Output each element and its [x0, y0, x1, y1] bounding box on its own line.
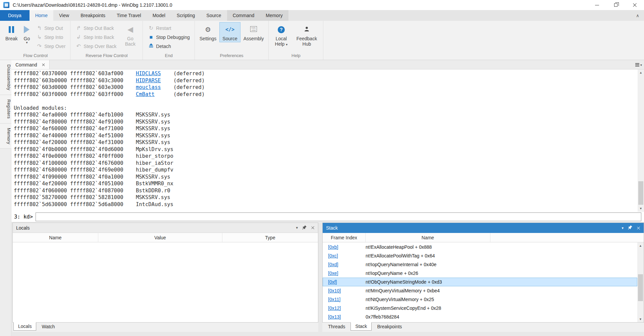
docked-window-tab[interactable]: Registers	[0, 95, 11, 124]
pin-icon[interactable]	[628, 225, 632, 231]
frame-index-link[interactable]: [0x13]	[328, 314, 341, 320]
close-panel-icon[interactable]	[311, 226, 315, 230]
restore-button[interactable]	[606, 0, 625, 10]
panel-tab[interactable]: Stack	[351, 322, 372, 331]
panel-menu-caret-icon[interactable]: ▾	[622, 226, 624, 230]
module-name[interactable]: MSKSSRV.sys	[136, 119, 170, 125]
docked-window-tab[interactable]: Memory	[0, 124, 11, 149]
column-header[interactable]: Name	[366, 233, 490, 242]
ribbon-tab[interactable]: Home	[30, 10, 53, 21]
break-button[interactable]: Break	[3, 22, 20, 42]
minimize-button[interactable]	[588, 0, 606, 10]
module-name[interactable]: mouclass	[136, 84, 161, 90]
module-name[interactable]: hiber_dumpfv	[136, 167, 173, 173]
column-header[interactable]: Frame Index	[323, 233, 366, 242]
close-command-tab-icon[interactable]	[42, 63, 45, 66]
stack-frame-row[interactable]: [0xf] nt!ObQueryNameStringMode + 0xd3	[323, 278, 637, 286]
module-name[interactable]: MSKSSRV.sys	[136, 133, 170, 139]
ribbon-tab[interactable]: Model	[147, 10, 171, 21]
scroll-up-arrow-icon[interactable]: ▲	[637, 242, 644, 249]
stack-frame-row[interactable]: [0xd] nt!IopQueryNameInternal + 0x40e	[323, 260, 637, 269]
scroll-down-arrow-icon[interactable]: ▼	[637, 316, 644, 322]
frame-index-link[interactable]: [0xf]	[328, 279, 337, 285]
step-out-back-button[interactable]: ↱Step Out Back	[72, 23, 119, 33]
frame-index-link[interactable]: [0xb]	[328, 244, 338, 250]
ribbon-tab[interactable]: Command	[227, 10, 260, 21]
panel-tab[interactable]: Threads	[323, 323, 350, 331]
step-over-back-button[interactable]: ↶Step Over Back	[72, 42, 119, 51]
panel-tab[interactable]: Locals	[13, 322, 36, 331]
step-into-button[interactable]: ↳Step Into	[33, 33, 68, 42]
module-name[interactable]: IntcDAud.sys	[136, 201, 173, 207]
module-name[interactable]: MSKSSRV.sys	[136, 194, 170, 200]
stop-debugging-button[interactable]: ■Stop Debugging	[145, 33, 193, 42]
module-name[interactable]: hiber_iaStor	[136, 160, 173, 166]
column-header[interactable]: Type	[222, 233, 318, 242]
panel-tab[interactable]: Watch	[37, 323, 59, 331]
module-name[interactable]: BstkVMMR0_nx	[136, 181, 173, 187]
detach-button[interactable]: Detach	[145, 42, 193, 51]
module-name[interactable]: HIDCLASS	[136, 70, 161, 77]
settings-button[interactable]: ⚙ Settings	[197, 22, 219, 42]
ribbon-tab[interactable]: Dosya	[0, 10, 30, 21]
ribbon-tab[interactable]: Memory	[260, 10, 288, 21]
frame-index-link[interactable]: [0xc]	[328, 253, 338, 258]
stack-frame-row[interactable]: [0xb] nt!ExAllocateHeapPool + 0x888	[323, 243, 637, 251]
step-over-button[interactable]: ↷Step Over	[33, 42, 68, 51]
module-name[interactable]: MSKSSRV.sys	[136, 139, 170, 145]
stack-frame-row[interactable]: [0xc] nt!ExAllocatePoolWithTag + 0x64	[323, 251, 637, 260]
scroll-up-arrow-icon[interactable]: ▲	[638, 69, 644, 76]
command-scrollbar-thumb[interactable]	[638, 181, 643, 205]
module-name[interactable]: MpKslDrv.sys	[136, 146, 173, 152]
module-name[interactable]: hiber_storpo	[136, 153, 173, 159]
pin-icon[interactable]	[302, 225, 307, 231]
step-out-button[interactable]: ↰Step Out	[33, 23, 68, 33]
assembly-button[interactable]: 01011010 Assembly	[241, 22, 267, 42]
ribbon-tab[interactable]: Breakpoints	[75, 10, 111, 21]
scroll-down-arrow-icon[interactable]: ▼	[638, 205, 644, 212]
stack-scrollbar-thumb[interactable]	[638, 274, 643, 301]
column-header[interactable]: Name	[13, 233, 98, 242]
module-name[interactable]: HIDPARSE	[136, 78, 161, 84]
command-window-menu-button[interactable]: ▾	[635, 60, 642, 69]
command-output[interactable]: fffff802`60370000fffff802`603af000HIDCLA…	[11, 69, 644, 212]
ribbon-tab[interactable]: Source	[201, 10, 227, 21]
module-name[interactable]: BstkDDR0.r0	[136, 188, 170, 194]
stack-scrollbar[interactable]: ▲ ▼	[637, 242, 644, 322]
go-button[interactable]: Go ▾	[21, 22, 33, 45]
module-name[interactable]: MSKSSRV.sys	[136, 174, 170, 180]
feedback-hub-button[interactable]: Feedback Hub	[292, 22, 321, 47]
ribbon-tab[interactable]: Scripting	[171, 10, 201, 21]
docked-window-tab[interactable]: Disassembly	[0, 60, 11, 95]
step-into-back-button[interactable]: ↲Step Into Back	[72, 33, 119, 42]
stack-frame-row[interactable]: [0xe] nt!IopQueryName + 0x26	[323, 269, 637, 278]
close-button[interactable]	[625, 0, 644, 10]
ribbon-tab[interactable]: View	[53, 10, 75, 21]
frame-index-link[interactable]: [0x12]	[328, 305, 341, 311]
source-button[interactable]: </> Source	[220, 22, 240, 42]
module-name[interactable]: MSKSSRV.sys	[136, 126, 170, 132]
stack-frame-row[interactable]: [0x12] nt!KiSystemServiceCopyEnd + 0x28	[323, 304, 637, 313]
go-back-button[interactable]: ◀ Go Back	[120, 22, 141, 47]
locals-panel-body[interactable]	[13, 242, 318, 322]
stack-frame-row[interactable]: [0x11] nt!NtQueryVirtualMemory + 0x25	[323, 295, 637, 304]
column-header[interactable]: Value	[98, 233, 222, 242]
close-panel-icon[interactable]	[637, 226, 640, 230]
command-window-tab[interactable]: Command	[11, 60, 50, 69]
frame-index-link[interactable]: [0x11]	[328, 297, 340, 302]
restart-button[interactable]: ↻Restart	[145, 23, 193, 33]
local-help-button[interactable]: ? Local Help ▾	[271, 22, 291, 47]
panel-tab[interactable]: Breakpoints	[372, 323, 407, 331]
frame-index-link[interactable]: [0xd]	[328, 262, 338, 267]
command-scrollbar[interactable]: ▲ ▼	[638, 69, 644, 212]
command-input[interactable]	[36, 212, 641, 221]
frame-index-link[interactable]: [0x10]	[328, 288, 341, 293]
go-dropdown-caret-icon[interactable]: ▾	[26, 41, 28, 44]
module-name[interactable]: MSKSSRV.sys	[136, 112, 170, 118]
collapse-ribbon-button[interactable]: ∧	[631, 10, 644, 21]
ribbon-tab[interactable]: Time Travel	[111, 10, 147, 21]
panel-menu-caret-icon[interactable]: ▾	[296, 226, 298, 230]
stack-frame-row[interactable]: [0x13] 0x7ffeb768d284	[323, 313, 637, 321]
frame-index-link[interactable]: [0xe]	[328, 271, 338, 276]
stack-frame-row[interactable]: [0x10] nt!MmQueryVirtualMemory + 0xbe4	[323, 286, 637, 295]
